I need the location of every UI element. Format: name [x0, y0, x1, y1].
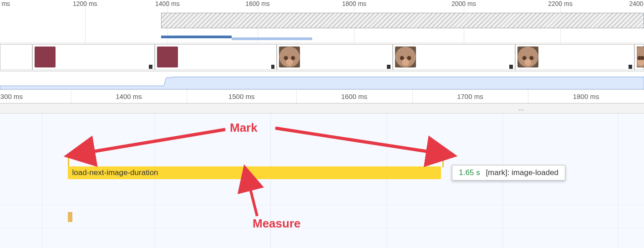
filmstrip-frame[interactable] — [634, 44, 644, 70]
detail-gridline — [528, 90, 528, 103]
tooltip-text: [mark]: image-loaded — [486, 168, 558, 177]
overview-tick: 2000 ms — [451, 0, 476, 7]
performance-mark-start[interactable] — [68, 155, 69, 167]
detail-tick: 1600 ms — [341, 93, 367, 100]
timings-track[interactable]: load-next-image-duration 1.65 s [mark]: … — [0, 114, 644, 248]
overview-activity-bar — [232, 37, 312, 40]
filmstrip-frame[interactable] — [277, 44, 393, 70]
measure-label: load-next-image-duration — [72, 168, 158, 177]
detail-tick: 1500 ms — [228, 93, 255, 100]
overview-unrecorded-region — [161, 13, 644, 28]
tooltip-time: 1.65 s — [459, 168, 480, 177]
annotation-arrow — [275, 128, 432, 152]
overview-tick: 1200 ms — [73, 0, 97, 7]
overview-tick: 1600 ms — [245, 0, 270, 7]
detail-tick: 1400 ms — [116, 93, 142, 100]
detail-tick: 300 ms — [0, 93, 23, 100]
detail-gridline — [71, 90, 71, 103]
overview-ruler: ms 1200 ms 1400 ms 1600 ms 1800 ms 2000 … — [0, 0, 644, 11]
annotation-mark-label: Mark — [230, 121, 258, 135]
screenshot-filmstrip[interactable] — [0, 43, 644, 72]
filmstrip-frame[interactable] — [515, 44, 634, 70]
memory-graph[interactable] — [0, 72, 644, 90]
collapsed-track-indicator[interactable]: … — [0, 103, 644, 114]
annotation-measure-label: Measure — [253, 217, 301, 231]
overview-tick: 2200 ms — [548, 0, 573, 7]
detail-gridline — [412, 90, 413, 103]
row-divider — [0, 227, 644, 228]
annotation-arrow — [89, 129, 225, 152]
overview-tick: 2400 — [629, 0, 643, 7]
filmstrip-frame[interactable] — [155, 44, 277, 70]
annotation-arrow — [249, 186, 257, 216]
overview-tick: 1400 ms — [155, 0, 180, 7]
overview-tick: 1800 ms — [342, 0, 366, 7]
ellipsis-label: … — [518, 103, 525, 114]
detail-ruler[interactable]: 300 ms 1400 ms 1500 ms 1600 ms 1700 ms 1… — [0, 90, 644, 103]
hover-tooltip: 1.65 s [mark]: image-loaded — [452, 165, 565, 181]
overview-tick: ms — [1, 0, 10, 7]
filmstrip-frame[interactable] — [32, 44, 155, 70]
detail-gridline — [296, 90, 297, 103]
performance-measure-bar[interactable]: load-next-image-duration — [68, 166, 441, 179]
performance-mark-end[interactable] — [442, 155, 444, 167]
detail-gridline — [187, 90, 187, 103]
row-divider — [0, 205, 644, 205]
overview-activity-bar — [161, 36, 232, 38]
task-chunk[interactable] — [68, 212, 72, 222]
filmstrip-frame[interactable] — [0, 44, 32, 70]
detail-tick: 1800 ms — [573, 93, 599, 100]
filmstrip-frame[interactable] — [393, 44, 515, 70]
detail-tick: 1700 ms — [457, 93, 483, 100]
timeline-overview[interactable]: ms 1200 ms 1400 ms 1600 ms 1800 ms 2000 … — [0, 0, 644, 43]
